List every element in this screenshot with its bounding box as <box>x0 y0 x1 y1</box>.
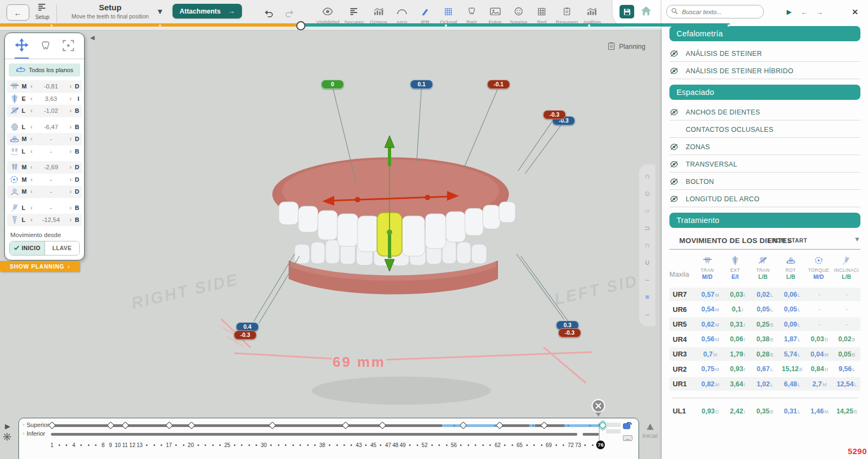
stage-tick[interactable] <box>304 444 311 446</box>
increase-chevron[interactable]: › <box>68 108 73 113</box>
face-profile-icon[interactable]: ∩ <box>644 173 649 180</box>
decrease-chevron[interactable]: ‹ <box>29 205 34 211</box>
all-planes-button[interactable]: Todos los planos <box>9 63 80 76</box>
stage-tick[interactable] <box>92 444 99 446</box>
superior-row-toggle[interactable]: › Superior <box>23 422 49 428</box>
stage-tick[interactable]: 47 <box>385 442 392 448</box>
increase-chevron[interactable]: › <box>68 149 73 154</box>
keyframe-diamond[interactable] <box>599 422 607 429</box>
stage-tick[interactable] <box>180 444 187 446</box>
attachments-timeline-icon[interactable] <box>622 420 633 432</box>
undo-button[interactable] <box>264 9 274 20</box>
keyframe-diamond[interactable] <box>540 422 547 429</box>
decrease-chevron[interactable]: ‹ <box>29 149 34 154</box>
stage-tick[interactable]: 25 <box>224 442 231 448</box>
circle-view-icon[interactable]: ○ <box>645 207 649 214</box>
stage-tick[interactable] <box>480 444 487 446</box>
stage-tick[interactable] <box>406 444 413 446</box>
stage-tick[interactable] <box>143 444 150 446</box>
decrease-chevron[interactable]: ‹ <box>29 164 34 170</box>
stage-tick[interactable] <box>465 444 472 446</box>
stage-tick[interactable] <box>552 444 559 446</box>
stage-tick[interactable] <box>531 444 538 446</box>
lower-arch-icon[interactable]: ∪ <box>644 259 650 266</box>
stage-tick[interactable] <box>582 444 589 446</box>
eye-slash-icon[interactable] <box>669 109 682 116</box>
stage-tick[interactable] <box>78 444 85 446</box>
smiley-face-icon[interactable]: ☺ <box>643 190 650 197</box>
nav-back-icon[interactable]: ← <box>801 8 808 16</box>
stage-tick[interactable]: 62 <box>494 442 501 448</box>
inferior-track[interactable] <box>49 432 603 437</box>
movement-row[interactable]: L‹-12,54›B <box>7 214 82 226</box>
ipr-value-pill[interactable]: -0.1 <box>487 80 510 89</box>
decrease-chevron[interactable]: ‹ <box>29 189 34 194</box>
progress-dot[interactable] <box>727 24 730 27</box>
stage-tick[interactable] <box>63 444 70 446</box>
stage-tick[interactable]: 4 <box>70 442 77 448</box>
progress-bar-phase1[interactable] <box>0 23 300 27</box>
movement-row[interactable]: L‹-›B <box>7 145 82 158</box>
movement-row[interactable]: M‹-›D <box>7 186 82 198</box>
play-panel-icon[interactable]: ▶ <box>787 8 792 16</box>
from-start-dropdown[interactable]: FROM START <box>768 237 807 244</box>
stage-tick[interactable]: 65 <box>516 442 523 448</box>
ipr-value-pill[interactable]: -0.3 <box>234 330 257 340</box>
table-row[interactable]: UL10,93D2,42I0,35B0,31L1,46M14,25B <box>669 404 860 418</box>
increase-chevron[interactable]: › <box>68 217 73 222</box>
stage-tick[interactable]: 1 <box>48 442 55 448</box>
stage-tick[interactable] <box>194 444 201 446</box>
settings-gear-icon[interactable] <box>3 432 11 443</box>
increase-chevron[interactable]: › <box>68 189 73 194</box>
decrease-chevron[interactable]: ‹ <box>29 96 34 101</box>
stage-tick[interactable]: 20 <box>187 442 194 448</box>
stage-tick[interactable]: 30 <box>260 442 267 448</box>
stage-tick[interactable] <box>538 444 545 446</box>
stage-tick[interactable]: 11 <box>122 442 129 448</box>
decrease-chevron[interactable]: ‹ <box>29 217 34 222</box>
analysis-item[interactable]: ANÁLISIS DE STEINER <box>669 46 860 62</box>
stage-tick[interactable] <box>173 444 180 446</box>
stage-tick[interactable]: 45 <box>370 442 377 448</box>
stage-tick[interactable] <box>589 444 596 446</box>
stage-tick[interactable] <box>501 444 508 446</box>
collapse-panel-arrow[interactable]: ◀ <box>90 34 94 41</box>
stage-tick[interactable] <box>151 444 158 446</box>
keyframe-diamond[interactable] <box>269 422 276 429</box>
home-button[interactable] <box>640 5 652 18</box>
stage-tick[interactable]: 69 <box>545 442 552 448</box>
stage-tick[interactable] <box>487 444 494 446</box>
show-planning-button[interactable]: SHOW PLANNING › <box>0 261 80 271</box>
stage-tick[interactable] <box>246 444 253 446</box>
stage-tick[interactable] <box>341 444 348 446</box>
search-input[interactable] <box>681 8 768 16</box>
stage-tick[interactable] <box>348 444 355 446</box>
single-line-icon[interactable]: – <box>645 311 649 318</box>
stage-tick[interactable]: 38 <box>318 442 326 448</box>
analysis-item[interactable]: TRANSVERSAL <box>669 156 860 173</box>
movement-row[interactable]: M‹-›D <box>7 174 82 186</box>
stage-tick[interactable]: 73 <box>575 442 582 448</box>
movement-row[interactable]: L‹-›B <box>7 202 82 214</box>
keyframe-diamond[interactable] <box>379 422 386 429</box>
stage-tick[interactable] <box>297 444 304 446</box>
stage-tick[interactable]: 10 <box>114 442 121 448</box>
decrease-chevron[interactable]: ‹ <box>29 84 34 89</box>
back-button[interactable]: ← <box>7 4 29 21</box>
decrease-chevron[interactable]: ‹ <box>29 108 34 113</box>
stage-tick[interactable] <box>509 444 516 446</box>
keyframe-diamond[interactable] <box>342 422 349 429</box>
superior-track[interactable] <box>49 423 603 428</box>
table-row[interactable]: UR50,62M0,31I0,25B0,09L-- <box>669 317 860 331</box>
keyframe-diamond[interactable] <box>459 422 467 429</box>
stage-tick[interactable] <box>85 444 92 446</box>
keyframe-diamond[interactable] <box>122 422 129 429</box>
view-presets-strip[interactable]: ∩ ☺ ○ ⊃ ∩ ∪ – ≡ – <box>639 164 655 326</box>
stage-tick[interactable]: 48 <box>392 442 399 448</box>
inicial-view-button[interactable]: Inicial <box>642 423 658 439</box>
stage-tick[interactable] <box>55 444 62 446</box>
planning-tag[interactable]: Planning <box>608 42 646 52</box>
teeth-3d-model[interactable] <box>255 130 559 418</box>
occlusal-line-icon[interactable]: – <box>645 276 649 283</box>
stage-tick[interactable]: 49 <box>399 442 406 448</box>
